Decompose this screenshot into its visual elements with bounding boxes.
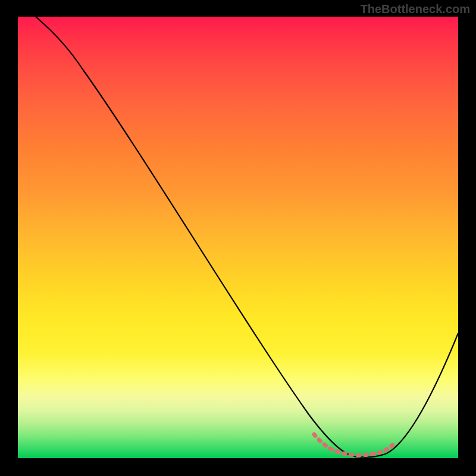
bottleneck-curve-line xyxy=(36,17,458,457)
plot-gradient-area xyxy=(18,17,458,458)
watermark-text: TheBottleneck.com xyxy=(361,2,470,16)
optimal-range-marker xyxy=(314,434,393,455)
chart-container: TheBottleneck.com xyxy=(0,0,476,476)
curve-svg xyxy=(18,17,458,458)
